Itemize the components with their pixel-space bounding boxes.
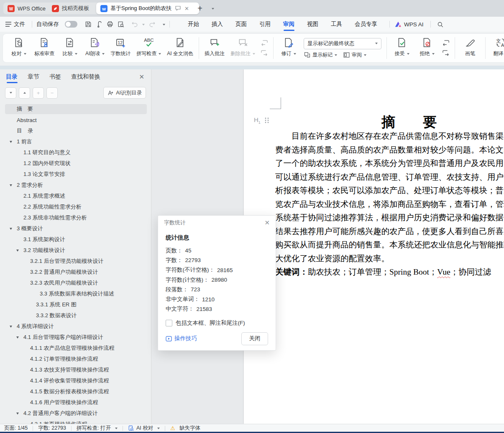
- outline-item[interactable]: 2.1 系统需求概述: [0, 191, 151, 201]
- outline-item[interactable]: 1.2 国内外研究现状: [0, 158, 151, 169]
- outline-item[interactable]: 3.3 系统数据库表结构设计描述: [0, 288, 151, 299]
- outline-item[interactable]: 1.3 论文章节安排: [0, 169, 151, 180]
- menu-item-2[interactable]: 页面: [229, 17, 253, 32]
- tab-close-icon[interactable]: ✕: [184, 5, 189, 12]
- outline-item[interactable]: 4.1.3 农技支持管理模块操作流程: [0, 364, 151, 375]
- search-icon[interactable]: [435, 19, 445, 29]
- insert-comment-button[interactable]: 插入批注: [202, 34, 228, 62]
- pane-close-icon[interactable]: ✕: [139, 73, 144, 81]
- outline-item[interactable]: 4.2.1 首页模块操作流程: [0, 419, 151, 424]
- ai-polish-button[interactable]: AI 全文润色: [164, 34, 196, 62]
- expand-level-button[interactable]: +: [33, 87, 44, 99]
- outline-item[interactable]: 2.2 系统功能性需求分析: [0, 201, 151, 212]
- outline-item[interactable]: 4.1 后台管理端客户端的详细设计: [0, 332, 151, 343]
- standard-review-button[interactable]: 标准审查: [31, 34, 57, 62]
- tab-list-chevron[interactable]: [207, 3, 217, 13]
- outline-item[interactable]: 4.2 普通用户客户端的详细设计: [0, 408, 151, 419]
- compare-button[interactable]: 比较: [57, 34, 82, 62]
- tips-link[interactable]: 操作技巧: [166, 335, 197, 342]
- proofread-button[interactable]: 校对: [6, 34, 31, 62]
- outline-item[interactable]: 摘 要: [0, 104, 151, 115]
- collapse-down-button[interactable]: [5, 87, 16, 99]
- tab-wps-home[interactable]: W WPS Office: [3, 3, 54, 14]
- translate-button[interactable]: 文A 翻译: [488, 34, 504, 62]
- outline-item[interactable]: 3 概要设计: [0, 223, 151, 234]
- menu-item-4[interactable]: 审阅: [277, 17, 301, 32]
- word-count-button[interactable]: 12字数统计: [107, 34, 133, 62]
- undo-icon[interactable]: [130, 19, 140, 29]
- wps-ai-button[interactable]: WPS AI: [394, 21, 424, 28]
- dialog-close-icon[interactable]: ✕: [264, 219, 270, 227]
- outline-item[interactable]: 2 需求分析: [0, 180, 151, 191]
- export-pdf-icon[interactable]: [94, 19, 104, 29]
- spell-check-button[interactable]: ABC拼写检查: [133, 34, 164, 62]
- outline-item[interactable]: 1 前言: [0, 136, 151, 147]
- include-footnotes-checkbox[interactable]: [166, 320, 172, 326]
- outline-item[interactable]: 4.1.4 评价收集管理模块操作流程: [0, 375, 151, 386]
- pane-tab-1[interactable]: 章节: [28, 69, 39, 84]
- hamburger-icon[interactable]: [3, 19, 13, 29]
- outline-item[interactable]: 3.2 功能模块设计: [0, 245, 151, 256]
- spellcheck-status[interactable]: 拼写检查: 打开: [77, 425, 118, 432]
- menu-item-3[interactable]: 引用: [253, 17, 277, 32]
- pane-tab-3[interactable]: 查找和替换: [71, 69, 100, 84]
- previous-comment-icon[interactable]: [260, 39, 269, 47]
- outline-item[interactable]: 2.3 系统非功能性需求分析: [0, 212, 151, 223]
- missing-font-warning[interactable]: ⚠ 缺失字体: [170, 425, 200, 432]
- redo-icon[interactable]: [147, 19, 157, 29]
- pane-tab-2[interactable]: 书签: [49, 69, 61, 84]
- document-body[interactable]: 目前在许多农村地区存在农产品供需信息不对称导致销售渠道少，在市场费者选择高质量、…: [275, 130, 504, 279]
- show-markup-button[interactable]: 显示标记: [304, 51, 337, 59]
- doc-chat-icon[interactable]: [175, 5, 181, 11]
- outline-item[interactable]: 3.1 系统架构设计: [0, 234, 151, 245]
- tab-docer[interactable]: 找稻壳模板: [48, 3, 100, 14]
- menu-item-5[interactable]: 视图: [301, 17, 325, 32]
- page-indicator[interactable]: 页面: 1/45: [4, 425, 28, 432]
- tab-document-active[interactable]: W 基于Spring Boot的助农扶农 ✕: [96, 3, 199, 14]
- collapse-up-button[interactable]: [19, 87, 30, 99]
- outline-item[interactable]: 3.2.2 普通用户功能模块设计: [0, 267, 151, 278]
- autosave-toggle[interactable]: [65, 21, 77, 28]
- delete-comment-button[interactable]: 删除批注: [228, 34, 258, 62]
- outline-item[interactable]: 1.1 研究目的与意义: [0, 147, 151, 158]
- print-icon[interactable]: [105, 19, 115, 29]
- markup-state-select[interactable]: 显示标记的最终状态: [304, 38, 381, 49]
- next-comment-icon[interactable]: [260, 49, 269, 57]
- outline-item[interactable]: 目 录: [0, 125, 151, 136]
- menu-item-1[interactable]: 插入: [205, 17, 229, 32]
- outline-item[interactable]: 3.3.2 数据表设计: [0, 310, 151, 321]
- outline-item[interactable]: 4.1.1 农产品信息管理模块操作流程: [0, 343, 151, 354]
- document-title[interactable]: 摘 要: [381, 113, 437, 132]
- outline-item[interactable]: 4.1.2 订单管理模块操作流程: [0, 354, 151, 364]
- ai-proofread-status[interactable]: AI 校对: [128, 425, 160, 432]
- outline-item[interactable]: 4.1.5 数据分析报表模块操作流程: [0, 386, 151, 397]
- next-change-icon[interactable]: [441, 49, 450, 57]
- file-menu[interactable]: 文件: [14, 20, 25, 28]
- reject-button[interactable]: 拒绝: [414, 34, 440, 62]
- outline-item[interactable]: 4 系统详细设计: [0, 321, 151, 332]
- outline-item[interactable]: 3.2.3 农民用户功能模块设计: [0, 278, 151, 288]
- word-count-indicator[interactable]: 字数: 22793: [38, 425, 66, 432]
- track-changes-button[interactable]: 修订: [276, 34, 301, 62]
- outline-item[interactable]: 3.2.1 后台管理员功能模块设计: [0, 256, 151, 267]
- pane-tab-0[interactable]: 目录: [6, 69, 18, 84]
- quickbar-chevron[interactable]: [163, 24, 165, 27]
- pen-button[interactable]: 画笔: [458, 34, 483, 62]
- ai-recognize-toc-button[interactable]: AI识别目录: [103, 87, 146, 99]
- menu-item-7[interactable]: 会员专享: [348, 17, 384, 32]
- review-pane-button[interactable]: 审阅: [343, 51, 366, 59]
- ai-read-button[interactable]: AI朗读: [82, 34, 107, 62]
- undo-chevron[interactable]: [142, 24, 145, 27]
- previous-change-icon[interactable]: [441, 39, 450, 47]
- menu-item-6[interactable]: 工具: [325, 17, 348, 32]
- print-preview-icon[interactable]: [116, 19, 126, 29]
- dialog-header[interactable]: 字数统计 ✕: [158, 216, 276, 230]
- collapse-level-button[interactable]: −: [46, 87, 58, 99]
- accept-button[interactable]: 接受: [389, 34, 414, 62]
- heading-level-marker[interactable]: H1: [254, 116, 269, 125]
- new-tab-button[interactable]: +: [195, 3, 205, 13]
- outline-item[interactable]: 4.1.6 用户管理模块操作流程: [0, 397, 151, 408]
- outline-item[interactable]: 3.3.1 系统 ER 图: [0, 299, 151, 310]
- close-button[interactable]: 关闭: [241, 332, 268, 345]
- menu-item-0[interactable]: 开始: [182, 17, 205, 32]
